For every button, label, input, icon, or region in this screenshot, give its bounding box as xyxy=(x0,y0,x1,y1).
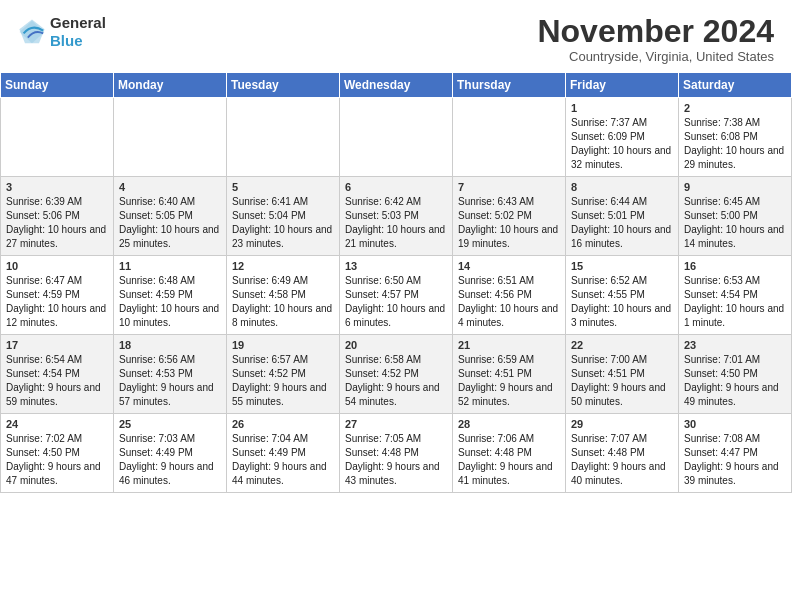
calendar-cell: 20Sunrise: 6:58 AM Sunset: 4:52 PM Dayli… xyxy=(340,335,453,414)
day-number: 1 xyxy=(571,102,673,114)
calendar-cell: 6Sunrise: 6:42 AM Sunset: 5:03 PM Daylig… xyxy=(340,177,453,256)
calendar-header-tuesday: Tuesday xyxy=(227,73,340,98)
day-number: 27 xyxy=(345,418,447,430)
day-info: Sunrise: 6:57 AM Sunset: 4:52 PM Dayligh… xyxy=(232,353,334,409)
calendar-cell: 2Sunrise: 7:38 AM Sunset: 6:08 PM Daylig… xyxy=(679,98,792,177)
day-info: Sunrise: 7:03 AM Sunset: 4:49 PM Dayligh… xyxy=(119,432,221,488)
calendar-cell xyxy=(340,98,453,177)
header: General Blue November 2024 Countryside, … xyxy=(0,0,792,72)
day-info: Sunrise: 7:37 AM Sunset: 6:09 PM Dayligh… xyxy=(571,116,673,172)
day-number: 18 xyxy=(119,339,221,351)
calendar-cell: 25Sunrise: 7:03 AM Sunset: 4:49 PM Dayli… xyxy=(114,414,227,493)
day-number: 2 xyxy=(684,102,786,114)
day-info: Sunrise: 6:42 AM Sunset: 5:03 PM Dayligh… xyxy=(345,195,447,251)
day-info: Sunrise: 7:05 AM Sunset: 4:48 PM Dayligh… xyxy=(345,432,447,488)
page: General Blue November 2024 Countryside, … xyxy=(0,0,792,493)
day-info: Sunrise: 7:00 AM Sunset: 4:51 PM Dayligh… xyxy=(571,353,673,409)
calendar-week-1: 1Sunrise: 7:37 AM Sunset: 6:09 PM Daylig… xyxy=(1,98,792,177)
day-info: Sunrise: 6:58 AM Sunset: 4:52 PM Dayligh… xyxy=(345,353,447,409)
day-number: 5 xyxy=(232,181,334,193)
calendar-cell: 5Sunrise: 6:41 AM Sunset: 5:04 PM Daylig… xyxy=(227,177,340,256)
calendar-cell: 1Sunrise: 7:37 AM Sunset: 6:09 PM Daylig… xyxy=(566,98,679,177)
calendar-header-friday: Friday xyxy=(566,73,679,98)
day-info: Sunrise: 6:54 AM Sunset: 4:54 PM Dayligh… xyxy=(6,353,108,409)
calendar-cell: 10Sunrise: 6:47 AM Sunset: 4:59 PM Dayli… xyxy=(1,256,114,335)
calendar-header-row: SundayMondayTuesdayWednesdayThursdayFrid… xyxy=(1,73,792,98)
day-info: Sunrise: 6:50 AM Sunset: 4:57 PM Dayligh… xyxy=(345,274,447,330)
day-number: 24 xyxy=(6,418,108,430)
calendar-cell: 3Sunrise: 6:39 AM Sunset: 5:06 PM Daylig… xyxy=(1,177,114,256)
logo-icon xyxy=(18,18,46,46)
day-info: Sunrise: 6:39 AM Sunset: 5:06 PM Dayligh… xyxy=(6,195,108,251)
day-info: Sunrise: 7:04 AM Sunset: 4:49 PM Dayligh… xyxy=(232,432,334,488)
calendar-week-3: 10Sunrise: 6:47 AM Sunset: 4:59 PM Dayli… xyxy=(1,256,792,335)
calendar-cell: 22Sunrise: 7:00 AM Sunset: 4:51 PM Dayli… xyxy=(566,335,679,414)
day-number: 12 xyxy=(232,260,334,272)
calendar-cell: 23Sunrise: 7:01 AM Sunset: 4:50 PM Dayli… xyxy=(679,335,792,414)
calendar-cell xyxy=(453,98,566,177)
day-number: 10 xyxy=(6,260,108,272)
calendar-cell xyxy=(114,98,227,177)
day-number: 14 xyxy=(458,260,560,272)
day-info: Sunrise: 7:01 AM Sunset: 4:50 PM Dayligh… xyxy=(684,353,786,409)
calendar-cell: 27Sunrise: 7:05 AM Sunset: 4:48 PM Dayli… xyxy=(340,414,453,493)
calendar-cell: 30Sunrise: 7:08 AM Sunset: 4:47 PM Dayli… xyxy=(679,414,792,493)
calendar-cell: 19Sunrise: 6:57 AM Sunset: 4:52 PM Dayli… xyxy=(227,335,340,414)
day-info: Sunrise: 6:59 AM Sunset: 4:51 PM Dayligh… xyxy=(458,353,560,409)
calendar-cell: 4Sunrise: 6:40 AM Sunset: 5:05 PM Daylig… xyxy=(114,177,227,256)
calendar-cell: 9Sunrise: 6:45 AM Sunset: 5:00 PM Daylig… xyxy=(679,177,792,256)
calendar-week-5: 24Sunrise: 7:02 AM Sunset: 4:50 PM Dayli… xyxy=(1,414,792,493)
calendar-header-sunday: Sunday xyxy=(1,73,114,98)
day-number: 7 xyxy=(458,181,560,193)
day-number: 20 xyxy=(345,339,447,351)
calendar-cell: 13Sunrise: 6:50 AM Sunset: 4:57 PM Dayli… xyxy=(340,256,453,335)
day-info: Sunrise: 6:49 AM Sunset: 4:58 PM Dayligh… xyxy=(232,274,334,330)
day-number: 17 xyxy=(6,339,108,351)
calendar-cell: 14Sunrise: 6:51 AM Sunset: 4:56 PM Dayli… xyxy=(453,256,566,335)
calendar-cell: 16Sunrise: 6:53 AM Sunset: 4:54 PM Dayli… xyxy=(679,256,792,335)
day-number: 21 xyxy=(458,339,560,351)
day-number: 13 xyxy=(345,260,447,272)
day-number: 9 xyxy=(684,181,786,193)
day-info: Sunrise: 7:08 AM Sunset: 4:47 PM Dayligh… xyxy=(684,432,786,488)
day-number: 6 xyxy=(345,181,447,193)
day-number: 28 xyxy=(458,418,560,430)
logo-general: General xyxy=(50,14,106,31)
day-number: 26 xyxy=(232,418,334,430)
calendar-week-2: 3Sunrise: 6:39 AM Sunset: 5:06 PM Daylig… xyxy=(1,177,792,256)
day-info: Sunrise: 6:44 AM Sunset: 5:01 PM Dayligh… xyxy=(571,195,673,251)
day-info: Sunrise: 6:40 AM Sunset: 5:05 PM Dayligh… xyxy=(119,195,221,251)
calendar-cell xyxy=(1,98,114,177)
svg-marker-1 xyxy=(19,19,44,43)
day-number: 11 xyxy=(119,260,221,272)
calendar-header-saturday: Saturday xyxy=(679,73,792,98)
day-number: 22 xyxy=(571,339,673,351)
title-block: November 2024 Countryside, Virginia, Uni… xyxy=(537,14,774,64)
calendar-week-4: 17Sunrise: 6:54 AM Sunset: 4:54 PM Dayli… xyxy=(1,335,792,414)
location-subtitle: Countryside, Virginia, United States xyxy=(537,49,774,64)
day-info: Sunrise: 6:56 AM Sunset: 4:53 PM Dayligh… xyxy=(119,353,221,409)
calendar-cell: 21Sunrise: 6:59 AM Sunset: 4:51 PM Dayli… xyxy=(453,335,566,414)
month-title: November 2024 xyxy=(537,14,774,49)
day-info: Sunrise: 6:45 AM Sunset: 5:00 PM Dayligh… xyxy=(684,195,786,251)
calendar-header-thursday: Thursday xyxy=(453,73,566,98)
day-info: Sunrise: 6:51 AM Sunset: 4:56 PM Dayligh… xyxy=(458,274,560,330)
calendar-cell: 26Sunrise: 7:04 AM Sunset: 4:49 PM Dayli… xyxy=(227,414,340,493)
day-info: Sunrise: 6:53 AM Sunset: 4:54 PM Dayligh… xyxy=(684,274,786,330)
day-info: Sunrise: 6:47 AM Sunset: 4:59 PM Dayligh… xyxy=(6,274,108,330)
day-number: 15 xyxy=(571,260,673,272)
calendar-cell: 28Sunrise: 7:06 AM Sunset: 4:48 PM Dayli… xyxy=(453,414,566,493)
day-number: 29 xyxy=(571,418,673,430)
day-info: Sunrise: 7:02 AM Sunset: 4:50 PM Dayligh… xyxy=(6,432,108,488)
calendar-cell: 11Sunrise: 6:48 AM Sunset: 4:59 PM Dayli… xyxy=(114,256,227,335)
day-number: 16 xyxy=(684,260,786,272)
calendar-cell: 18Sunrise: 6:56 AM Sunset: 4:53 PM Dayli… xyxy=(114,335,227,414)
calendar-cell xyxy=(227,98,340,177)
calendar-cell: 7Sunrise: 6:43 AM Sunset: 5:02 PM Daylig… xyxy=(453,177,566,256)
calendar-cell: 12Sunrise: 6:49 AM Sunset: 4:58 PM Dayli… xyxy=(227,256,340,335)
day-info: Sunrise: 6:43 AM Sunset: 5:02 PM Dayligh… xyxy=(458,195,560,251)
logo: General Blue xyxy=(18,14,106,50)
calendar-cell: 8Sunrise: 6:44 AM Sunset: 5:01 PM Daylig… xyxy=(566,177,679,256)
calendar-header-wednesday: Wednesday xyxy=(340,73,453,98)
logo-text: General Blue xyxy=(50,14,106,50)
